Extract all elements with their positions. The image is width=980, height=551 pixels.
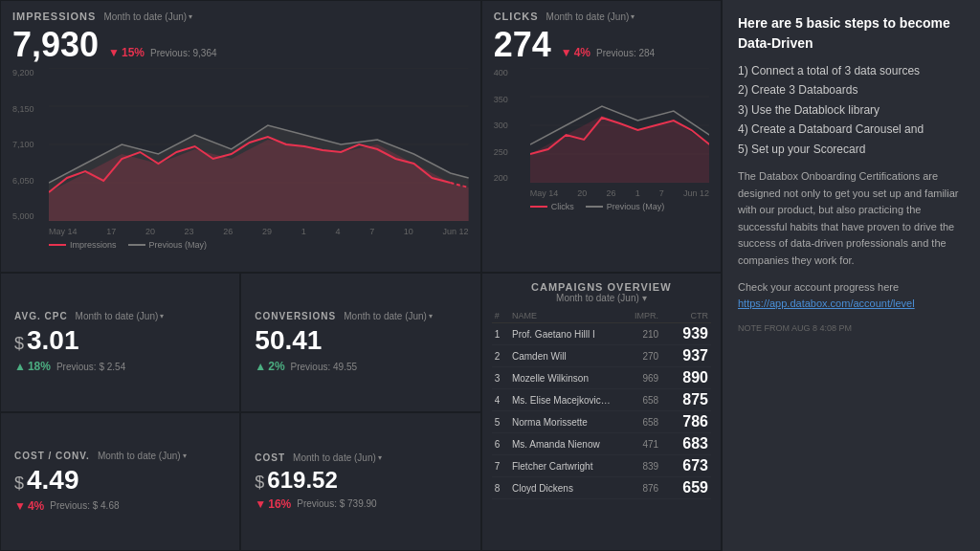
legend-line-clicks [530,206,547,208]
impressions-y-axis: 9,200 8,150 7,100 6,050 5,000 [12,68,49,221]
clicks-x-axis: May 14 20 26 1 7 Jun 12 [530,188,709,198]
table-row: 3 Mozelle Wilkinson 969 890 [492,367,711,389]
impressions-pct: ▼ 15% [108,46,145,59]
impressions-title: IMPRESSIONS [12,11,96,22]
impressions-prev: Previous: 9,364 [150,48,217,58]
cost-conv-pct: ▼ 4% [14,499,44,513]
conversions-panel: CONVERSIONS Month to date (Jun) ▾ 50.41 … [240,273,480,412]
conversions-header: CONVERSIONS Month to date (Jun) ▾ [255,311,466,321]
cost-panel: COST Month to date (Jun) ▾ $ 619.52 ▼ 16… [240,412,480,552]
cost-conv-period[interactable]: Month to date (Jun) ▾ [98,451,187,461]
clicks-title: CLICKS [494,11,539,22]
cost-title: COST [255,452,285,463]
info-desc2: Check your account progress here https:/… [738,279,965,313]
bottom-center-panels: CONVERSIONS Month to date (Jun) ▾ 50.41 … [240,273,480,551]
impressions-legend: Impressions Previous (May) [49,240,469,250]
info-link[interactable]: https://app.databox.com/account/level [738,298,915,309]
impressions-x-axis: May 14 17 20 23 26 29 1 4 7 10 Jun 12 [49,227,469,236]
conversions-prev: Previous: 49.55 [291,362,358,372]
table-row: 4 Ms. Elise Macejkovic DVM 658 875 [492,389,711,411]
chevron-down-icon: ▾ [189,12,192,21]
conversions-period[interactable]: Month to date (Jun) ▾ [344,311,433,321]
info-note: NOTE FROM AUG 8 4:08 PM [738,322,965,336]
avg-cpc-title: AVG. CPC [14,311,68,321]
cost-value: 619.52 [267,467,337,494]
cost-prefix: $ [255,473,264,493]
campaigns-title: CAMPAIGNS OVERVIEW [492,281,711,293]
avg-cpc-prev: Previous: $ 2.54 [56,362,125,372]
cost-conv-value: 4.49 [27,465,79,496]
cost-prev: Previous: $ 739.90 [297,498,376,509]
clicks-period[interactable]: Month to date (Jun) ▾ [546,11,635,22]
clicks-chart-inner [530,68,709,183]
chevron-down-icon: ▾ [378,453,382,462]
table-row: 6 Ms. Amanda Nienow 471 683 [492,433,711,455]
col-num: # [492,309,509,323]
table-row: 1 Prof. Gaetano Hilll I 210 939 [492,323,711,345]
cost-conv-title: COST / CONV. [14,451,90,461]
impressions-chart-inner [49,68,469,221]
avg-cpc-prefix: $ [14,334,24,354]
cost-pct: ▼ 16% [255,497,291,511]
cost-period[interactable]: Month to date (Jun) ▾ [293,452,382,463]
avg-cpc-value: 3.01 [27,325,79,356]
cost-conv-header: COST / CONV. Month to date (Jun) ▾ [14,451,226,461]
cost-conv-prev: Previous: $ 4.68 [50,500,119,511]
legend-line-impressions [49,244,66,246]
clicks-legend: Clicks Previous (May) [530,202,709,211]
chevron-down-icon: ▾ [429,312,433,320]
clicks-chart: 400 350 300 250 200 [494,68,709,183]
arrow-down-icon: ▼ [561,46,572,59]
info-desc1: The Databox Onboarding Certifications ar… [738,168,965,270]
cost-header: COST Month to date (Jun) ▾ [255,452,466,463]
cost-per-conv-panel: COST / CONV. Month to date (Jun) ▾ $ 4.4… [0,412,240,552]
arrow-up-icon: ▲ [14,360,26,373]
table-row: 8 Cloyd Dickens 876 659 [492,477,711,499]
clicks-value: 274 [494,28,551,62]
table-row: 7 Fletcher Cartwright 839 673 [492,455,711,477]
avg-cpc-period[interactable]: Month to date (Jun) ▾ [76,311,165,321]
impressions-header: IMPRESSIONS Month to date (Jun) ▾ [12,11,469,22]
arrow-up-icon: ▲ [255,360,266,373]
col-impr: IMPR. [614,309,661,323]
col-ctr: CTR [661,309,711,323]
impressions-panel: IMPRESSIONS Month to date (Jun) ▾ 7,930 … [0,0,481,273]
campaigns-panel: CAMPAIGNS OVERVIEW Month to date (Jun) ▾… [481,273,722,551]
campaigns-period[interactable]: Month to date (Jun) ▾ [492,293,711,303]
impressions-value: 7,930 [12,28,99,62]
conversions-title: CONVERSIONS [255,311,336,321]
info-title: Here are 5 basic steps to become Data-Dr… [738,13,965,54]
conversions-value: 50.41 [255,325,466,356]
clicks-header: CLICKS Month to date (Jun) ▾ [494,11,709,22]
info-steps: 1) Connect a total of 3 data sources 2) … [738,61,965,159]
impressions-period[interactable]: Month to date (Jun) ▾ [103,11,192,22]
legend-line-prev-impressions [128,244,145,246]
cost-conv-prefix: $ [14,474,24,494]
campaigns-header-row: # NAME IMPR. CTR [492,309,711,323]
chevron-down-icon: ▾ [183,452,187,460]
info-panel: Here are 5 basic steps to become Data-Dr… [722,0,980,551]
table-row: 5 Norma Morissette 658 786 [492,411,711,433]
campaigns-table: # NAME IMPR. CTR 1 Prof. Gaetano Hilll I… [492,309,711,499]
arrow-down-icon: ▼ [255,497,266,511]
bottom-left-panels: AVG. CPC Month to date (Jun) ▾ $ 3.01 ▲ … [0,273,240,551]
impressions-chart: 9,200 8,150 7,100 6,050 5,000 [12,68,469,221]
clicks-y-axis: 400 350 300 250 200 [494,68,530,183]
avg-cpc-pct: ▲ 18% [14,360,51,373]
col-name: NAME [509,309,614,323]
chevron-down-icon: ▾ [642,293,647,303]
legend-line-prev-clicks [586,206,603,208]
chevron-down-icon: ▾ [160,312,164,320]
arrow-down-icon: ▼ [14,499,26,513]
clicks-panel: CLICKS Month to date (Jun) ▾ 274 ▼ 4% Pr… [481,0,722,273]
chevron-down-icon: ▾ [631,12,635,21]
arrow-down-icon: ▼ [108,46,120,59]
conversions-pct: ▲ 2% [255,360,284,373]
avg-cpc-header: AVG. CPC Month to date (Jun) ▾ [14,311,226,321]
clicks-pct: ▼ 4% [561,46,590,59]
clicks-prev: Previous: 284 [596,48,655,58]
table-row: 2 Camden Will 270 937 [492,345,711,367]
avg-cpc-panel: AVG. CPC Month to date (Jun) ▾ $ 3.01 ▲ … [0,273,240,412]
